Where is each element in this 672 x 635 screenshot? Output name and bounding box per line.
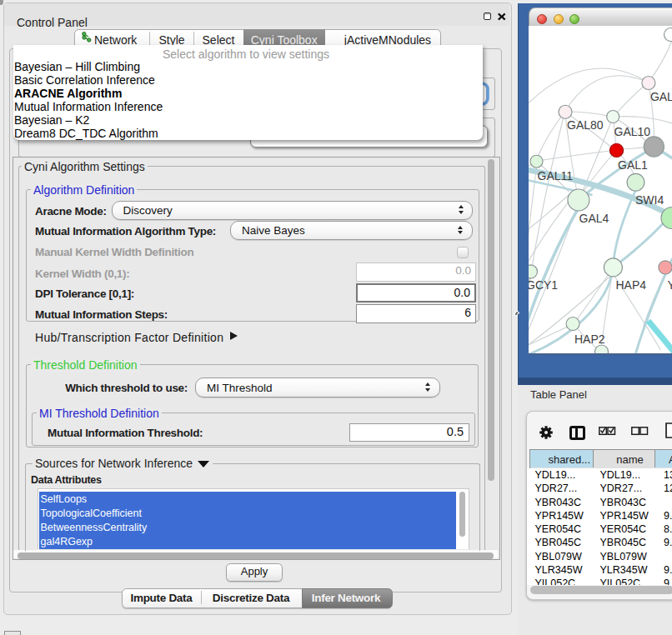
svg-text:GAL10: GAL10 — [614, 125, 650, 138]
svg-text:GAL80: GAL80 — [567, 118, 604, 132]
svg-text:HAP4: HAP4 — [615, 278, 646, 292]
svg-text:GAL11: GAL11 — [537, 169, 573, 182]
svg-text:SWI4: SWI4 — [635, 193, 664, 207]
svg-text:GAL4: GAL4 — [579, 212, 609, 225]
svg-text:GAL1: GAL1 — [618, 158, 648, 172]
svg-text:GAL2: GAL2 — [649, 90, 672, 103]
svg-text:GCY1: GCY1 — [529, 278, 558, 292]
svg-text:Y: Y — [667, 278, 672, 292]
svg-text:HAP2: HAP2 — [574, 332, 605, 346]
